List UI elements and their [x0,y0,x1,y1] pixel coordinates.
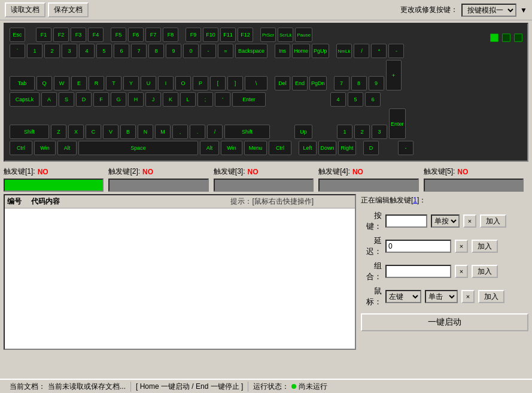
key-num0[interactable]: D [363,141,379,155]
mouse-add-button[interactable]: 加入 [478,290,504,303]
delay-input[interactable] [385,240,451,253]
key-y[interactable]: Y [123,76,139,90]
mouse-clear-button[interactable]: × [461,290,475,303]
key-7[interactable]: 7 [131,44,147,58]
key-rbracket[interactable]: ] [227,76,243,90]
key-f4[interactable]: F4 [88,28,104,42]
key-numstar[interactable]: * [371,44,387,58]
key-esc[interactable]: Esc [10,28,25,42]
key-win-right[interactable]: Win [221,141,242,155]
key-tab[interactable]: Tab [10,76,35,90]
key-ctrl-left[interactable]: Ctrl [10,141,32,155]
key-alt-left[interactable]: Alt [57,141,77,155]
key-f10[interactable]: F10 [203,28,218,42]
key-4[interactable]: 4 [79,44,95,58]
key-lbracket[interactable]: [ [210,76,226,90]
key-equals[interactable]: = [218,44,233,58]
key-alt-right[interactable]: Alt [200,141,219,155]
key-scrlk[interactable]: ScrLk [278,28,293,42]
key-numlk[interactable]: NmLk [336,44,352,58]
key-numslash[interactable]: / [354,44,369,58]
key-n[interactable]: N [138,125,153,139]
key-backtick[interactable]: ` [10,44,25,58]
key-f[interactable]: F [93,92,109,107]
key-end[interactable]: End [292,76,308,90]
key-h[interactable]: H [128,92,144,107]
code-table-body[interactable] [5,208,355,347]
key-pgdn[interactable]: PgDn [309,76,327,90]
key-3[interactable]: 3 [62,44,77,58]
key-r[interactable]: R [89,76,104,90]
key-numplus[interactable]: + [386,60,402,90]
key-up[interactable]: Up [294,125,312,139]
key-w[interactable]: W [54,76,69,90]
combo-input[interactable] [385,265,451,278]
key-q[interactable]: Q [37,76,52,90]
save-doc-button[interactable]: 保存文档 [48,2,89,17]
key-f6[interactable]: F6 [128,28,144,42]
key-num6[interactable]: 6 [365,92,381,107]
key-shift-left[interactable]: Shift [10,125,49,139]
key-pgup[interactable]: PgUp [312,44,329,58]
trigger-1-bar[interactable] [4,179,104,192]
key-p[interactable]: P [193,76,208,90]
key-u[interactable]: U [141,76,156,90]
key-2[interactable]: 2 [44,44,60,58]
key-numminus[interactable]: - [388,44,404,58]
key-space[interactable]: Space [78,141,198,155]
key-prtscr[interactable]: PrScr [260,28,276,42]
key-minus[interactable]: - [200,44,216,58]
key-ins[interactable]: Ins [275,44,290,58]
key-6[interactable]: 6 [114,44,129,58]
key-mode-select[interactable]: 按键模拟一 按键模拟二 按键模拟三 [461,4,516,17]
key-x[interactable]: X [68,125,84,139]
key-del[interactable]: Del [275,76,290,90]
key-8[interactable]: 8 [148,44,164,58]
key-slash[interactable]: / [207,125,223,139]
key-backspace[interactable]: Backspace [235,44,267,58]
key-c[interactable]: C [86,125,101,139]
key-f8[interactable]: F8 [163,28,178,42]
key-numdot[interactable]: - [398,141,414,155]
key-semicolon[interactable]: ; [197,92,213,107]
key-period[interactable]: . [190,125,205,139]
key-num5[interactable]: 5 [348,92,363,107]
trigger-5-bar[interactable] [424,179,524,192]
key-f9[interactable]: F9 [186,28,201,42]
key-backslash[interactable]: \ [245,76,267,90]
key-down[interactable]: Down [318,141,336,155]
key-ctrl-right[interactable]: Ctrl [269,141,291,155]
key-win-left[interactable]: Win [34,141,56,155]
key-num8[interactable]: 8 [351,76,367,90]
key-shift-right[interactable]: Shift [224,125,270,139]
key-t[interactable]: T [106,76,121,90]
trigger-4-bar[interactable] [318,179,418,192]
start-button[interactable]: 一键启动 [361,313,528,331]
key-l[interactable]: L [180,92,196,107]
key-add-button[interactable]: 加入 [480,214,506,228]
key-home[interactable]: Home [292,44,310,58]
key-o[interactable]: O [175,76,191,90]
key-quote[interactable]: ' [215,92,230,107]
key-enter[interactable]: Enter [232,92,266,107]
key-m[interactable]: M [155,125,171,139]
key-f12[interactable]: F12 [238,28,253,42]
key-f11[interactable]: F11 [220,28,236,42]
key-s[interactable]: S [59,92,74,107]
key-g[interactable]: G [111,92,126,107]
combo-add-button[interactable]: 加入 [472,265,498,278]
key-z[interactable]: Z [51,125,66,139]
key-d[interactable]: D [76,92,92,107]
key-input[interactable] [385,214,427,228]
key-f1[interactable]: F1 [36,28,51,42]
key-9[interactable]: 9 [166,44,181,58]
key-menu[interactable]: Menu [244,141,267,155]
key-5[interactable]: 5 [96,44,112,58]
key-clear-button[interactable]: × [463,214,476,228]
key-a[interactable]: A [41,92,57,107]
key-v[interactable]: V [103,125,118,139]
key-0[interactable]: 0 [183,44,199,58]
key-f2[interactable]: F2 [53,28,69,42]
key-1[interactable]: 1 [27,44,42,58]
key-num1[interactable]: 1 [337,125,352,139]
